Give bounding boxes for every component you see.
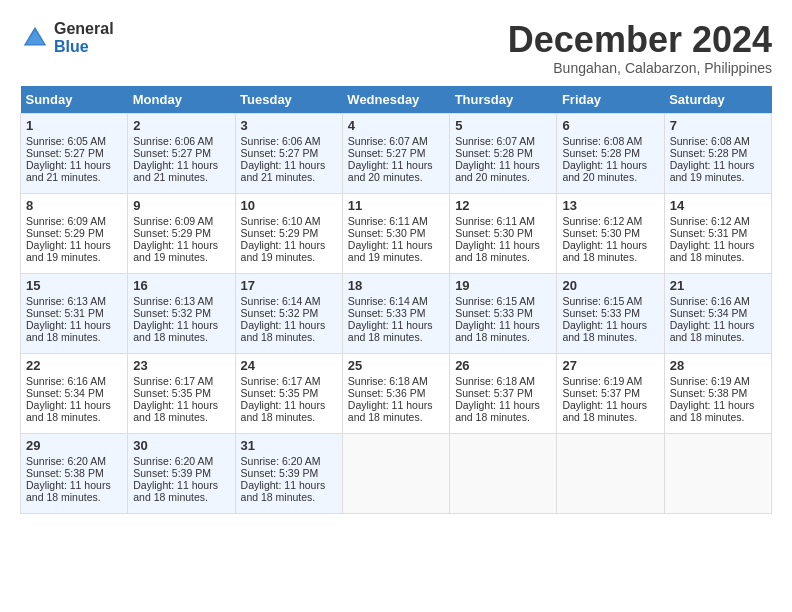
day-info-line: Daylight: 11 hours (26, 479, 122, 491)
day-info-line: and 20 minutes. (455, 171, 551, 183)
calendar-cell (557, 433, 664, 513)
logo: General Blue (20, 20, 114, 55)
day-info-line: Daylight: 11 hours (348, 319, 444, 331)
day-info-line: Daylight: 11 hours (133, 159, 229, 171)
day-number: 3 (241, 118, 337, 133)
logo-general-text: General (54, 20, 114, 38)
calendar-cell: 28Sunrise: 6:19 AMSunset: 5:38 PMDayligh… (664, 353, 771, 433)
day-info-line: and 21 minutes. (133, 171, 229, 183)
day-info-line: and 18 minutes. (455, 331, 551, 343)
day-info-line: Sunset: 5:33 PM (348, 307, 444, 319)
day-info-line: and 18 minutes. (133, 491, 229, 503)
day-info-line: and 20 minutes. (348, 171, 444, 183)
day-number: 12 (455, 198, 551, 213)
day-info-line: and 19 minutes. (348, 251, 444, 263)
day-info-line: Sunrise: 6:09 AM (133, 215, 229, 227)
day-info-line: Sunset: 5:32 PM (133, 307, 229, 319)
day-info-line: and 18 minutes. (562, 331, 658, 343)
day-info-line: and 18 minutes. (562, 251, 658, 263)
day-info-line: Sunset: 5:31 PM (670, 227, 766, 239)
day-info-line: Sunset: 5:37 PM (455, 387, 551, 399)
day-info-line: Sunrise: 6:06 AM (241, 135, 337, 147)
day-info-line: Daylight: 11 hours (455, 239, 551, 251)
day-info-line: and 18 minutes. (348, 411, 444, 423)
day-info-line: and 18 minutes. (133, 331, 229, 343)
day-info-line: Sunrise: 6:08 AM (562, 135, 658, 147)
calendar-table: SundayMondayTuesdayWednesdayThursdayFrid… (20, 86, 772, 514)
day-info-line: Sunrise: 6:11 AM (348, 215, 444, 227)
day-info-line: Sunrise: 6:07 AM (455, 135, 551, 147)
calendar-cell: 8Sunrise: 6:09 AMSunset: 5:29 PMDaylight… (21, 193, 128, 273)
day-info-line: Sunrise: 6:05 AM (26, 135, 122, 147)
calendar-cell: 15Sunrise: 6:13 AMSunset: 5:31 PMDayligh… (21, 273, 128, 353)
day-info-line: Sunrise: 6:13 AM (26, 295, 122, 307)
day-info-line: and 19 minutes. (26, 251, 122, 263)
day-info-line: Sunrise: 6:11 AM (455, 215, 551, 227)
day-info-line: Daylight: 11 hours (562, 239, 658, 251)
calendar-cell: 30Sunrise: 6:20 AMSunset: 5:39 PMDayligh… (128, 433, 235, 513)
day-info-line: Sunset: 5:38 PM (26, 467, 122, 479)
day-number: 20 (562, 278, 658, 293)
calendar-week-row: 1Sunrise: 6:05 AMSunset: 5:27 PMDaylight… (21, 113, 772, 193)
title-block: December 2024 Bungahan, Calabarzon, Phil… (508, 20, 772, 76)
day-info-line: and 18 minutes. (562, 411, 658, 423)
day-info-line: Sunset: 5:33 PM (562, 307, 658, 319)
day-info-line: Sunset: 5:30 PM (455, 227, 551, 239)
day-info-line: Sunset: 5:33 PM (455, 307, 551, 319)
calendar-cell: 25Sunrise: 6:18 AMSunset: 5:36 PMDayligh… (342, 353, 449, 433)
day-info-line: Sunrise: 6:12 AM (562, 215, 658, 227)
day-number: 17 (241, 278, 337, 293)
day-info-line: Sunset: 5:29 PM (241, 227, 337, 239)
month-title: December 2024 (508, 20, 772, 60)
day-info-line: Daylight: 11 hours (133, 239, 229, 251)
calendar-cell: 18Sunrise: 6:14 AMSunset: 5:33 PMDayligh… (342, 273, 449, 353)
day-info-line: and 18 minutes. (26, 411, 122, 423)
day-number: 2 (133, 118, 229, 133)
day-info-line: and 18 minutes. (26, 331, 122, 343)
day-info-line: Sunrise: 6:10 AM (241, 215, 337, 227)
calendar-cell: 21Sunrise: 6:16 AMSunset: 5:34 PMDayligh… (664, 273, 771, 353)
calendar-cell: 17Sunrise: 6:14 AMSunset: 5:32 PMDayligh… (235, 273, 342, 353)
calendar-header-row: SundayMondayTuesdayWednesdayThursdayFrid… (21, 86, 772, 114)
day-info-line: and 18 minutes. (670, 411, 766, 423)
day-number: 27 (562, 358, 658, 373)
day-number: 14 (670, 198, 766, 213)
col-header-friday: Friday (557, 86, 664, 114)
day-info-line: Sunset: 5:34 PM (26, 387, 122, 399)
page-header: General Blue December 2024 Bungahan, Cal… (20, 20, 772, 76)
day-info-line: Sunrise: 6:20 AM (241, 455, 337, 467)
day-number: 23 (133, 358, 229, 373)
day-info-line: Sunrise: 6:12 AM (670, 215, 766, 227)
calendar-cell: 5Sunrise: 6:07 AMSunset: 5:28 PMDaylight… (450, 113, 557, 193)
calendar-cell: 12Sunrise: 6:11 AMSunset: 5:30 PMDayligh… (450, 193, 557, 273)
calendar-cell: 2Sunrise: 6:06 AMSunset: 5:27 PMDaylight… (128, 113, 235, 193)
day-info-line: Daylight: 11 hours (241, 479, 337, 491)
day-info-line: Daylight: 11 hours (670, 319, 766, 331)
day-info-line: Sunset: 5:35 PM (133, 387, 229, 399)
logo-text: General Blue (54, 20, 114, 55)
day-info-line: Daylight: 11 hours (348, 239, 444, 251)
day-number: 22 (26, 358, 122, 373)
calendar-cell: 11Sunrise: 6:11 AMSunset: 5:30 PMDayligh… (342, 193, 449, 273)
day-info-line: Daylight: 11 hours (562, 319, 658, 331)
calendar-cell: 9Sunrise: 6:09 AMSunset: 5:29 PMDaylight… (128, 193, 235, 273)
day-info-line: Daylight: 11 hours (26, 159, 122, 171)
day-info-line: Sunset: 5:27 PM (26, 147, 122, 159)
day-info-line: Sunrise: 6:18 AM (455, 375, 551, 387)
calendar-week-row: 29Sunrise: 6:20 AMSunset: 5:38 PMDayligh… (21, 433, 772, 513)
day-info-line: Daylight: 11 hours (133, 399, 229, 411)
day-info-line: Daylight: 11 hours (26, 239, 122, 251)
day-info-line: Daylight: 11 hours (562, 159, 658, 171)
calendar-cell: 1Sunrise: 6:05 AMSunset: 5:27 PMDaylight… (21, 113, 128, 193)
col-header-thursday: Thursday (450, 86, 557, 114)
day-info-line: Sunset: 5:34 PM (670, 307, 766, 319)
day-info-line: Daylight: 11 hours (348, 159, 444, 171)
day-info-line: Daylight: 11 hours (241, 399, 337, 411)
logo-blue-text: Blue (54, 38, 114, 56)
calendar-cell: 16Sunrise: 6:13 AMSunset: 5:32 PMDayligh… (128, 273, 235, 353)
day-info-line: Sunset: 5:39 PM (241, 467, 337, 479)
day-number: 5 (455, 118, 551, 133)
day-info-line: Daylight: 11 hours (670, 239, 766, 251)
day-number: 29 (26, 438, 122, 453)
day-info-line: and 18 minutes. (455, 411, 551, 423)
